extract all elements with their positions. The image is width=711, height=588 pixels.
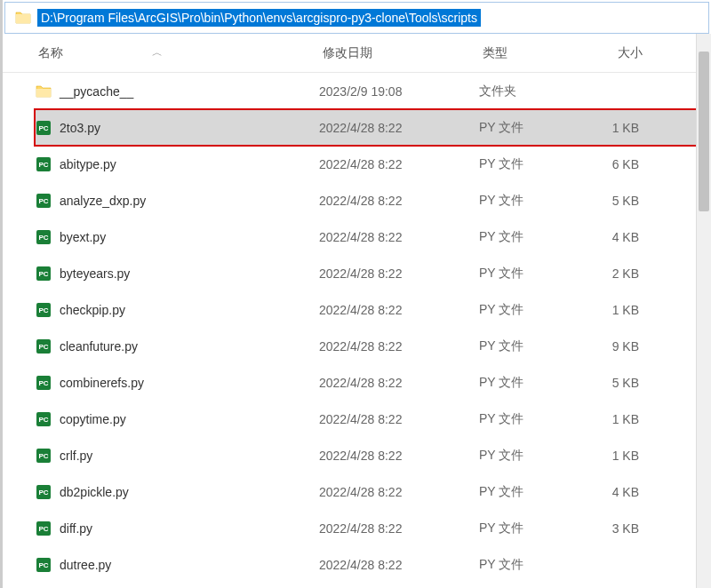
file-date-cell: 2023/2/9 19:08	[319, 84, 479, 99]
file-row[interactable]: __pycache__2023/2/9 19:08文件夹	[35, 73, 711, 109]
file-type-cell: PY 文件	[479, 448, 586, 464]
file-name-cell: PCdiff.py	[35, 520, 319, 537]
python-file-icon: PC	[35, 119, 52, 137]
python-file-icon: PC	[35, 228, 52, 246]
file-name-cell: PCabitype.py	[35, 155, 319, 173]
file-date-cell: 2022/4/28 8:22	[319, 558, 479, 572]
column-name-label: 名称	[38, 45, 63, 61]
address-path[interactable]: D:\Program Files\ArcGIS\Pro\bin\Python\e…	[37, 9, 481, 27]
file-list: __pycache__2023/2/9 19:08文件夹PC2to3.py202…	[3, 73, 711, 583]
python-file-icon: PC	[35, 520, 52, 537]
python-file-icon: PC	[35, 556, 52, 574]
file-size-cell: 1 KB	[586, 303, 657, 317]
file-date-cell: 2022/4/28 8:22	[319, 412, 479, 426]
file-date-cell: 2022/4/28 8:22	[319, 303, 479, 317]
column-header-size[interactable]: 大小	[589, 45, 660, 61]
svg-text:PC: PC	[38, 561, 48, 569]
svg-text:PC: PC	[38, 452, 48, 460]
python-file-icon: PC	[35, 192, 52, 210]
file-type-cell: PY 文件	[479, 557, 586, 573]
column-header-name[interactable]: 名称 ︿	[38, 45, 323, 61]
vertical-scrollbar[interactable]	[696, 34, 711, 588]
svg-text:PC: PC	[38, 306, 48, 314]
file-name-label: db2pickle.py	[60, 485, 129, 499]
file-date-cell: 2022/4/28 8:22	[319, 121, 479, 135]
python-file-icon: PC	[35, 338, 52, 355]
svg-text:PC: PC	[38, 343, 48, 351]
file-row[interactable]: PCdutree.py2022/4/28 8:22PY 文件	[35, 546, 711, 583]
file-type-cell: PY 文件	[479, 375, 586, 391]
file-name-label: dutree.py	[60, 558, 111, 572]
file-type-cell: PY 文件	[479, 120, 586, 136]
file-row[interactable]: PCcleanfuture.py2022/4/28 8:22PY 文件9 KB	[35, 328, 711, 364]
file-size-cell: 6 KB	[586, 157, 657, 171]
svg-text:PC: PC	[38, 234, 48, 242]
file-name-label: crlf.py	[60, 449, 92, 463]
file-name-label: byteyears.py	[60, 266, 130, 281]
svg-text:PC: PC	[38, 161, 48, 169]
file-row[interactable]: PC2to3.py2022/4/28 8:22PY 文件1 KB	[35, 109, 711, 146]
file-date-cell: 2022/4/28 8:22	[319, 485, 479, 499]
file-type-cell: PY 文件	[479, 520, 586, 536]
svg-text:PC: PC	[38, 489, 48, 497]
file-size-cell: 4 KB	[586, 230, 657, 244]
file-size-cell: 5 KB	[586, 194, 657, 208]
file-row[interactable]: PCdb2pickle.py2022/4/28 8:22PY 文件4 KB	[35, 473, 711, 510]
file-row[interactable]: PCabitype.py2022/4/28 8:22PY 文件6 KB	[35, 146, 711, 182]
python-file-icon: PC	[35, 374, 52, 392]
file-name-cell: PC2to3.py	[35, 119, 319, 137]
file-name-cell: __pycache__	[35, 83, 319, 100]
file-name-label: __pycache__	[60, 84, 133, 99]
file-type-cell: PY 文件	[479, 411, 586, 427]
column-header-date[interactable]: 修改日期	[323, 45, 483, 61]
file-name-label: byext.py	[60, 230, 106, 244]
file-row[interactable]: PCbyteyears.py2022/4/28 8:22PY 文件2 KB	[35, 255, 711, 291]
file-type-cell: PY 文件	[479, 156, 586, 172]
python-file-icon: PC	[35, 483, 52, 501]
file-type-cell: PY 文件	[479, 302, 586, 318]
python-file-icon: PC	[35, 155, 52, 173]
python-file-icon: PC	[35, 301, 52, 319]
file-date-cell: 2022/4/28 8:22	[319, 521, 479, 536]
file-row[interactable]: PCcopytime.py2022/4/28 8:22PY 文件1 KB	[35, 401, 711, 437]
file-name-cell: PCcleanfuture.py	[35, 338, 319, 355]
svg-text:PC: PC	[38, 270, 48, 278]
file-row[interactable]: PCcheckpip.py2022/4/28 8:22PY 文件1 KB	[35, 291, 711, 328]
file-name-label: copytime.py	[60, 412, 126, 426]
file-row[interactable]: PCdiff.py2022/4/28 8:22PY 文件3 KB	[35, 510, 711, 546]
sort-indicator-icon: ︿	[152, 45, 163, 60]
address-bar[interactable]: D:\Program Files\ArcGIS\Pro\bin\Python\e…	[4, 2, 709, 34]
python-file-icon: PC	[35, 447, 52, 465]
file-name-label: abitype.py	[60, 157, 116, 171]
column-header-row: 名称 ︿ 修改日期 类型 大小	[3, 34, 711, 73]
file-name-label: checkpip.py	[60, 303, 125, 317]
file-type-cell: PY 文件	[479, 193, 586, 209]
file-row[interactable]: PCcrlf.py2022/4/28 8:22PY 文件1 KB	[35, 437, 711, 473]
svg-text:PC: PC	[38, 416, 48, 424]
file-row[interactable]: PCcombinerefs.py2022/4/28 8:22PY 文件5 KB	[35, 364, 711, 401]
file-size-cell: 2 KB	[586, 266, 657, 281]
file-size-cell: 3 KB	[586, 521, 657, 536]
svg-text:PC: PC	[38, 124, 48, 132]
file-size-cell: 5 KB	[586, 376, 657, 390]
file-name-label: combinerefs.py	[60, 376, 144, 390]
file-date-cell: 2022/4/28 8:22	[319, 157, 479, 171]
scrollbar-thumb[interactable]	[699, 52, 709, 211]
file-date-cell: 2022/4/28 8:22	[319, 376, 479, 390]
file-row[interactable]: PCanalyze_dxp.py2022/4/28 8:22PY 文件5 KB	[35, 182, 711, 219]
file-name-cell: PCcombinerefs.py	[35, 374, 319, 392]
file-date-cell: 2022/4/28 8:22	[319, 339, 479, 354]
file-size-cell: 1 KB	[586, 121, 657, 135]
svg-text:PC: PC	[38, 379, 48, 387]
svg-text:PC: PC	[38, 197, 48, 205]
file-date-cell: 2022/4/28 8:22	[319, 449, 479, 463]
file-type-cell: PY 文件	[479, 338, 586, 354]
file-name-label: diff.py	[60, 521, 92, 536]
file-name-cell: PCcheckpip.py	[35, 301, 319, 319]
file-type-cell: 文件夹	[479, 83, 586, 99]
file-date-cell: 2022/4/28 8:22	[319, 230, 479, 244]
file-size-cell: 4 KB	[586, 485, 657, 499]
folder-icon	[14, 9, 32, 27]
column-header-type[interactable]: 类型	[483, 45, 589, 61]
file-row[interactable]: PCbyext.py2022/4/28 8:22PY 文件4 KB	[35, 219, 711, 255]
